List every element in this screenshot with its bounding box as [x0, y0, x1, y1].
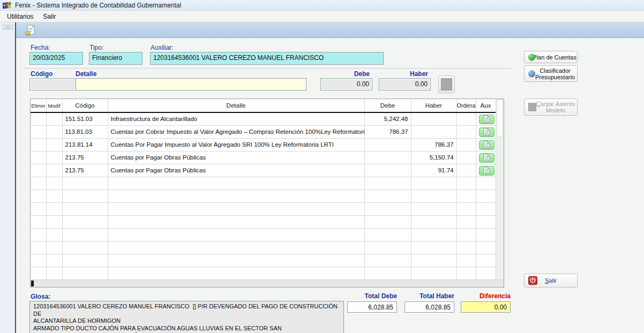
grid-horizontal-scrollbar[interactable]	[31, 279, 504, 287]
cell-codigo[interactable]: 113.81.03	[62, 125, 108, 138]
table-row[interactable]: 213.81.14 Cuentas Por Pagar Impuesto al …	[31, 138, 496, 151]
cell-modif[interactable]	[46, 112, 62, 125]
panel-grip-handle[interactable]	[3, 25, 13, 29]
new-entry-button[interactable]	[24, 24, 37, 37]
cell-debe[interactable]	[364, 151, 411, 164]
menu-utilitarios[interactable]: Utilitarios	[2, 11, 38, 22]
cell-haber[interactable]: 5,150.74	[411, 151, 456, 164]
scrollbar-thumb[interactable]	[497, 100, 503, 137]
separator-line	[24, 68, 512, 69]
cell-debe[interactable]	[364, 164, 411, 177]
cell-codigo[interactable]: 213.75	[62, 151, 108, 164]
clasificador-presupuestario-button[interactable]: Clasificador Presupuestario	[524, 65, 578, 82]
cell-elimin[interactable]	[31, 112, 46, 125]
detalle-input[interactable]	[76, 78, 306, 90]
haber-input[interactable]: 0.00	[379, 78, 431, 90]
cell-detalle[interactable]: Infraestructura de Alcantarillado	[108, 112, 364, 125]
table-row-empty	[31, 177, 496, 190]
cell-ordenar[interactable]	[456, 164, 476, 177]
left-collapsed-panel[interactable]	[0, 22, 16, 333]
cell-codigo[interactable]: 213.81.14	[62, 138, 108, 151]
aux-button[interactable]	[479, 140, 495, 150]
window-title: Fenix - Sistema Integrado de Contabilida…	[15, 2, 181, 9]
aux-button[interactable]	[479, 127, 495, 137]
cell-codigo[interactable]: 213.75	[62, 164, 108, 177]
glosa-textarea[interactable]: 1203164536001 VALERO CEREZO MANUEL FRANC…	[29, 301, 344, 333]
cell-modif[interactable]	[46, 138, 62, 151]
application-window: Fenix - Sistema Integrado de Contabilida…	[0, 0, 644, 333]
green-sphere-icon	[528, 54, 535, 60]
col-ordenar: Ordenar	[456, 99, 476, 112]
gray-square-icon	[528, 103, 536, 111]
cell-haber[interactable]	[411, 112, 456, 125]
cell-haber[interactable]	[411, 125, 456, 138]
cell-elimin[interactable]	[31, 151, 46, 164]
grid-vertical-scrollbar[interactable]	[496, 99, 504, 280]
fecha-field[interactable]: 20/03/2025	[29, 52, 83, 65]
cell-aux	[476, 112, 496, 125]
col-haber: Haber	[411, 99, 456, 112]
tipo-field[interactable]: Financiero	[89, 52, 143, 65]
cell-debe[interactable]	[364, 138, 411, 151]
table-row-empty	[31, 254, 496, 267]
cell-modif[interactable]	[46, 125, 62, 138]
salir-button[interactable]: Salir	[524, 274, 578, 287]
app-book-icon	[3, 1, 11, 10]
title-bar: Fenix - Sistema Integrado de Contabilida…	[0, 0, 644, 11]
cell-aux	[476, 164, 496, 177]
menu-bar: Utilitarios Salir	[0, 11, 644, 22]
cell-elimin[interactable]	[31, 125, 46, 138]
entry-action-button[interactable]	[438, 75, 455, 93]
cargar-asiento-modelo-button[interactable]: Cargar Asiento Modelo	[524, 99, 578, 116]
cell-ordenar[interactable]	[456, 138, 476, 151]
cell-debe[interactable]: 786.37	[364, 125, 411, 138]
cell-haber[interactable]: 91.74	[411, 164, 456, 177]
total-haber-label: Total Haber	[405, 292, 454, 300]
cell-elimin[interactable]	[31, 138, 46, 151]
cell-ordenar[interactable]	[456, 112, 476, 125]
table-row[interactable]: 213.75 Cuentas por Pagar Obras Públicas …	[31, 151, 496, 164]
cell-haber[interactable]: 786.37	[411, 138, 456, 151]
table-row[interactable]: 151.51.03 Infraestructura de Alcantarill…	[31, 112, 496, 125]
cell-aux	[476, 125, 496, 138]
table-row[interactable]: 113.81.03 Cuentas por Cobrar Impuesto al…	[31, 125, 496, 138]
cell-detalle[interactable]: Cuentas Por Pagar Impuesto al Valor Agre…	[108, 138, 364, 151]
aux-button[interactable]	[479, 153, 495, 163]
debe-input[interactable]: 0.00	[320, 78, 372, 90]
cell-debe[interactable]: 5,242.48	[364, 112, 411, 125]
cell-aux	[476, 138, 496, 151]
codigo-input[interactable]	[29, 78, 83, 90]
toolbar	[16, 22, 644, 38]
cell-modif[interactable]	[46, 151, 62, 164]
menu-salir[interactable]: Salir	[38, 11, 61, 22]
table-row-empty	[31, 241, 496, 254]
cell-detalle[interactable]: Cuentas por Cobrar Impuesto al Valor Agr…	[108, 125, 364, 138]
cell-modif[interactable]	[46, 164, 62, 177]
table-row-empty	[31, 215, 496, 228]
plan-de-cuentas-button[interactable]: Plan de Cuentas	[524, 51, 578, 63]
table-row-empty	[31, 190, 496, 202]
total-haber-field: 6,028.85	[405, 301, 454, 313]
col-aux: Aux	[476, 99, 496, 112]
col-debe: Debe	[364, 99, 411, 112]
cell-ordenar[interactable]	[456, 151, 476, 164]
auxiliar-field[interactable]: 1203164536001 VALERO CEREZO MANUEL FRANC…	[150, 52, 384, 65]
cell-detalle[interactable]: Cuentas por Pagar Obras Públicas	[108, 151, 364, 164]
cell-codigo[interactable]: 151.51.03	[62, 112, 108, 125]
notepad-icon	[483, 154, 490, 161]
cell-ordenar[interactable]	[456, 125, 476, 138]
col-codigo: Código	[62, 99, 108, 112]
fecha-label: Fecha:	[31, 44, 50, 51]
cell-elimin[interactable]	[31, 164, 46, 177]
table-row-empty	[31, 228, 496, 241]
aux-button[interactable]	[479, 166, 495, 176]
power-icon	[528, 276, 537, 285]
gray-square-icon	[441, 78, 452, 90]
table-row[interactable]: 213.75 Cuentas por Pagar Obras Públicas …	[31, 164, 496, 177]
scrollbar-thumb[interactable]	[31, 281, 34, 286]
glosa-label: Glosa:	[31, 293, 50, 300]
table-row-empty	[31, 267, 496, 279]
cell-detalle[interactable]: Cuentas por Pagar Obras Públicas	[108, 164, 364, 177]
aux-button[interactable]	[479, 115, 495, 124]
table-row-empty	[31, 202, 496, 215]
